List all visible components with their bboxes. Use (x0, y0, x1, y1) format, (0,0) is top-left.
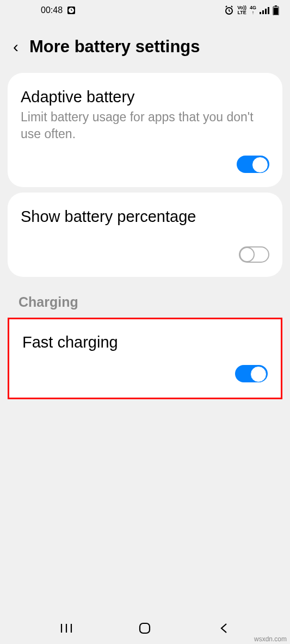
network-4g-icon: 4G↑ (250, 5, 256, 15)
setting-title: Fast charging (22, 332, 268, 352)
battery-icon (273, 5, 279, 15)
clock-app-icon (67, 6, 76, 15)
setting-description: Limit battery usage for apps that you do… (21, 109, 269, 143)
svg-rect-5 (265, 9, 267, 14)
volte-icon: Vo))LTE (237, 5, 246, 15)
watermark: wsxdn.com (254, 635, 287, 643)
status-left: 00:48 (41, 5, 76, 15)
setting-title: Show battery percentage (21, 207, 269, 226)
back-nav-button[interactable] (202, 622, 245, 635)
signal-icon (260, 7, 269, 14)
setting-fast-charging[interactable]: Fast charging (8, 318, 282, 399)
show-percentage-toggle[interactable] (239, 246, 269, 263)
status-right: Vo))LTE 4G↑ (224, 5, 279, 15)
adaptive-battery-toggle[interactable] (237, 156, 269, 173)
page-title: More battery settings (29, 37, 200, 57)
home-button[interactable] (123, 622, 166, 635)
svg-rect-13 (140, 623, 150, 633)
status-time: 00:48 (41, 5, 63, 15)
svg-rect-9 (274, 8, 278, 15)
svg-rect-6 (268, 7, 269, 14)
section-header-charging: Charging (0, 282, 290, 314)
setting-adaptive-battery[interactable]: Adaptive battery Limit battery usage for… (8, 73, 282, 187)
setting-title: Adaptive battery (21, 87, 269, 107)
svg-rect-3 (260, 12, 261, 14)
android-nav-bar (0, 612, 290, 644)
fast-charging-toggle[interactable] (235, 365, 268, 382)
svg-rect-4 (262, 10, 264, 14)
recents-button[interactable] (45, 623, 88, 634)
alarm-icon (224, 5, 234, 15)
page-header: ‹ More battery settings (0, 21, 290, 67)
back-button[interactable]: ‹ (13, 39, 18, 55)
status-bar: 00:48 Vo))LTE 4G↑ (0, 0, 290, 21)
setting-show-percentage[interactable]: Show battery percentage (8, 193, 282, 276)
